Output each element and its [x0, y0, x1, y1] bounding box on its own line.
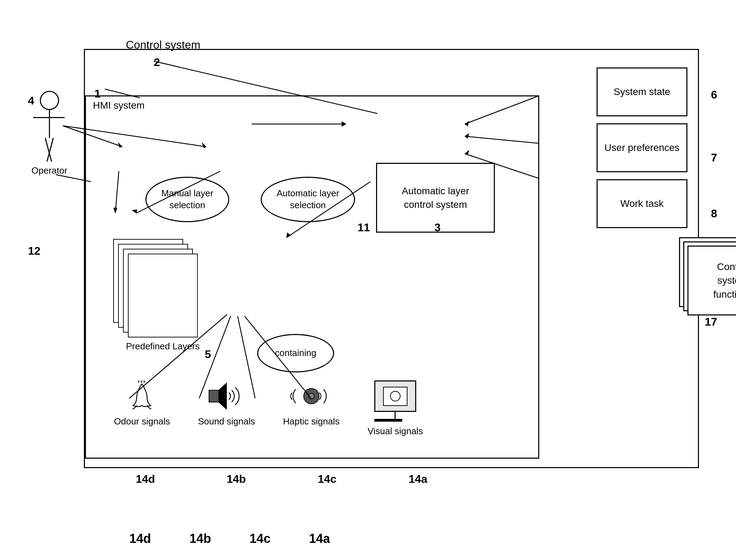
- odour-signals-label: Odour signals: [114, 416, 170, 427]
- label-14b: 14b: [205, 473, 268, 486]
- visual-signals-label: Visual signals: [368, 426, 423, 437]
- system-state-box: System state: [597, 67, 687, 116]
- operator-group: Operator: [31, 91, 67, 176]
- odour-signal-item: Odour signals: [114, 380, 170, 427]
- svg-marker-1: [219, 383, 226, 409]
- label-14c: 14c: [296, 473, 359, 486]
- containing-label: containing: [275, 347, 317, 359]
- bottom-label-14c: 14c: [250, 531, 270, 546]
- svg-point-3: [309, 393, 314, 399]
- system-state-label: System state: [614, 85, 670, 99]
- haptic-signal-item: Haptic signals: [283, 380, 340, 427]
- hmi-system-box: HMI system Manual layer selection Automa…: [85, 95, 539, 459]
- alcs-label: Automatic layer control system: [402, 184, 469, 211]
- operator-figure: [31, 91, 67, 162]
- operator-label: Operator: [31, 165, 67, 176]
- signals-group: Odour signals Sound signals: [114, 380, 423, 437]
- layer-page-1: [128, 254, 198, 337]
- monitor-icon: [374, 380, 416, 422]
- label-7: 7: [711, 151, 717, 164]
- bottom-label-14a: 14a: [309, 531, 330, 546]
- bottom-label-14d: 14d: [129, 531, 151, 546]
- sound-icon: [207, 380, 246, 412]
- operator-legs: [45, 138, 54, 162]
- label-4: 4: [28, 94, 34, 107]
- csf-label: Control system functions: [687, 246, 736, 315]
- haptic-signals-label: Haptic signals: [283, 416, 340, 427]
- label-17: 17: [705, 315, 717, 328]
- visual-signal-item: Visual signals: [368, 380, 423, 437]
- svg-rect-0: [209, 390, 219, 402]
- label-1: 1: [94, 87, 101, 100]
- label-14a: 14a: [387, 473, 449, 486]
- work-task-box: Work task: [597, 179, 687, 228]
- haptic-icon: [289, 380, 334, 412]
- label-5: 5: [205, 348, 211, 361]
- automatic-layer-selection-ellipse: Automatic layer selection: [261, 177, 355, 222]
- operator-head: [40, 91, 59, 110]
- user-preferences-label: User preferences: [605, 141, 680, 154]
- label-12: 12: [28, 245, 41, 257]
- containing-ellipse: containing: [257, 334, 334, 372]
- right-boxes: System state User preferences Work task: [597, 67, 687, 228]
- operator-leg-left: [45, 138, 52, 162]
- label-8: 8: [711, 207, 717, 220]
- control-system-label: Control system: [126, 38, 200, 51]
- label-6: 6: [711, 88, 717, 101]
- work-task-label: Work task: [620, 197, 664, 210]
- diagram-container: HMI system Manual layer selection Automa…: [21, 21, 713, 528]
- bottom-labels-outer: 14d 14b 14c 14a: [129, 531, 330, 546]
- csf-text: Control system functions: [713, 260, 736, 301]
- bottom-labels: 14d 14b 14c 14a: [114, 473, 449, 486]
- automatic-layer-selection-label: Automatic layer selection: [276, 188, 339, 211]
- operator-arms: [33, 117, 65, 118]
- manual-layer-selection-ellipse: Manual layer selection: [145, 177, 229, 222]
- user-preferences-box: User preferences: [597, 123, 687, 172]
- sound-signals-label: Sound signals: [198, 416, 255, 427]
- label-11: 11: [358, 221, 370, 234]
- bottom-label-14b: 14b: [189, 531, 211, 546]
- predefined-layers-label: Predefined Layers: [114, 341, 212, 352]
- control-system-box: HMI system Manual layer selection Automa…: [84, 49, 699, 468]
- hmi-system-label: HMI system: [93, 100, 145, 111]
- label-2: 2: [154, 56, 160, 69]
- manual-layer-selection-label: Manual layer selection: [161, 188, 214, 211]
- operator-body: [49, 110, 50, 138]
- label-14d: 14d: [114, 473, 177, 486]
- label-3: 3: [434, 221, 441, 234]
- sound-signal-item: Sound signals: [198, 380, 255, 427]
- nose-icon: [126, 380, 158, 412]
